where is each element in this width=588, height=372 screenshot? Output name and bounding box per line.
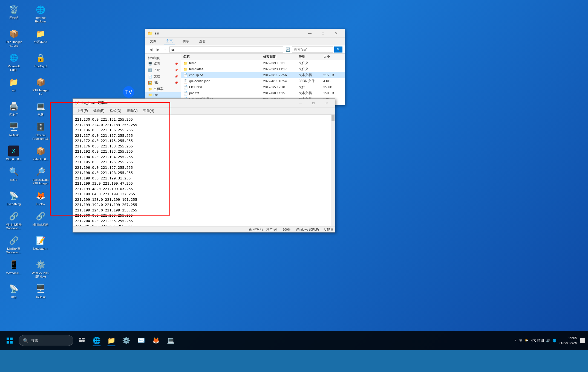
file-row-pac[interactable]: 📄 pac.txt 2017/8/8 14:25 文本文档 158 KB: [181, 90, 345, 96]
col-name[interactable]: 名称: [183, 54, 263, 59]
file-row-templates[interactable]: 📁 templates 2022/2/23 11:17 文件夹: [181, 66, 345, 72]
notification-area[interactable]: ⬜: [580, 338, 585, 343]
minimize-button[interactable]: —: [304, 29, 316, 38]
taskbar-search-box[interactable]: 🔍 搜索: [19, 335, 73, 346]
back-button[interactable]: ◀: [148, 46, 154, 53]
search-input[interactable]: [292, 47, 333, 53]
desktop-icon-everything[interactable]: 🔎 AccessData FTK Imager: [30, 165, 51, 187]
desktop-icon-dianlao[interactable]: 💻 电脑: [30, 100, 51, 118]
notepad-textarea[interactable]: 221.130.0.0 221.131.255.255 221.133.224.…: [73, 115, 331, 226]
desktop-icon-xxxmobili[interactable]: 📱 xxxmobili...: [3, 258, 25, 280]
tray-en-label[interactable]: 英: [519, 338, 522, 343]
sidebar-section-quickaccess: 快速访问: [145, 55, 181, 61]
file-row-chn-ip[interactable]: 📄 chn_ip.txt 2017/3/11 22:56 文本文档 215 KB: [181, 72, 345, 78]
tray-up-arrow[interactable]: ∧: [514, 339, 517, 342]
desktop-icon-winhex2[interactable]: ⚙️ WinHex 20.0 SR-0.xe: [30, 258, 51, 280]
desktop-icon-notepadpp[interactable]: 📝 Notepad++: [30, 234, 51, 255]
desktop-icon-minilink1[interactable]: 🔗 Minilink相離Windows...: [3, 210, 25, 231]
notepad-menu-view[interactable]: 查看(V): [125, 108, 140, 114]
sidebar-item-pics[interactable]: 🖼️ 图片 📌: [145, 80, 181, 86]
minilink1-icon: 🔗: [8, 211, 19, 222]
close-button[interactable]: ✕: [330, 29, 342, 38]
start-button[interactable]: [3, 334, 16, 347]
col-modified[interactable]: 修改日期: [263, 54, 299, 59]
tab-file[interactable]: 文件: [148, 38, 158, 45]
notepad-menu-help[interactable]: 帮助(H): [141, 108, 157, 114]
taskbar-icon-edge[interactable]: 🌐: [90, 334, 103, 347]
terminal-taskbar-icon: 💻: [167, 337, 174, 344]
notepad-maximize-button[interactable]: □: [307, 99, 320, 107]
ie-icon: 🌐: [35, 4, 46, 15]
svg-rect-0: [7, 338, 9, 340]
refresh-button[interactable]: 🔄: [284, 46, 291, 53]
taskbar-icon-taskview[interactable]: [76, 334, 88, 347]
file-row-gui-config[interactable]: 📋 gui-config.json 2022/4/11 10:54 JSON 文…: [181, 78, 345, 84]
pin2-icon: 📌: [175, 69, 178, 72]
sidebar-item-chuzuche[interactable]: 📁 出租车: [145, 86, 181, 92]
minilink2-label: Minilink相離: [33, 223, 49, 226]
maximize-button[interactable]: □: [317, 29, 329, 38]
desktop-icon-ftk2[interactable]: 📦 PTK Imager 4.2: [30, 75, 51, 97]
notepad-menu-file[interactable]: 文件(F): [75, 108, 90, 114]
search-icon-btn[interactable]: 🔍: [334, 47, 342, 53]
desktop-icon-ie[interactable]: 🌐 Internet Explorer: [30, 3, 51, 25]
todesk-icon: 🖥️: [8, 121, 19, 132]
forward-button[interactable]: ▶: [155, 46, 161, 53]
up-button[interactable]: ↑: [162, 46, 168, 53]
sidebar-item-desktop[interactable]: 🖥️ 桌面 📌: [145, 61, 181, 67]
notepad-menu: 文件(F) 编辑(E) 格式(O) 查看(V) 帮助(H): [73, 107, 335, 115]
col-type[interactable]: 类型: [299, 54, 323, 59]
sidebar-item-ssr[interactable]: 📁 ssr: [145, 92, 181, 98]
pac-icon: 📄: [183, 91, 188, 95]
file-row-temp[interactable]: 📁 temp 2022/3/9 16:31 文件夹: [181, 60, 345, 66]
desktop-sidebar-icon: 🖥️: [148, 62, 152, 66]
speaker-icon[interactable]: 🔊: [546, 339, 550, 342]
taskbar-icon-terminal[interactable]: 💻: [164, 334, 177, 347]
sidebar-item-downloads[interactable]: ⬇️ 下载 📌: [145, 67, 181, 73]
notepad-menu-edit[interactable]: 编辑(E): [91, 108, 106, 114]
yinshua-icon: 🖨️: [8, 101, 19, 112]
desktop-icon-navicat[interactable]: 🗄️ Navicat Premium 16: [30, 120, 51, 142]
desktop-icon-xshell[interactable]: X Xftp 6.0.0...: [3, 144, 25, 162]
notepad-menu-format[interactable]: 格式(O): [108, 108, 123, 114]
desktop-icon-ssr7z[interactable]: 📦 Xshell 6.0...: [30, 144, 51, 162]
col-size[interactable]: 大小: [323, 54, 342, 59]
desktop-icon-xftp[interactable]: 📡 Everything: [3, 189, 25, 207]
taskbar-icon-browser[interactable]: 🦊: [149, 334, 162, 347]
notepad-minimize-button[interactable]: —: [294, 99, 307, 107]
edge-icon: 🌐: [8, 53, 19, 63]
tab-home[interactable]: 主页: [164, 38, 175, 45]
desktop-icon-firefox[interactable]: 🦊 Firefox: [30, 189, 51, 207]
edge-taskbar-icon: 🌐: [93, 337, 101, 344]
sidebar-item-docs[interactable]: 📄 文档 📌: [145, 73, 181, 80]
taskbar-icon-files[interactable]: 📁: [105, 334, 118, 347]
desktop-icon-todesk2[interactable]: 🖥️ ToDesk: [30, 282, 51, 300]
desktop-icon-ssr[interactable]: 📁 ssr: [3, 75, 25, 97]
address-input[interactable]: [169, 47, 283, 53]
desktop-icon-todesk[interactable]: 🖥️ ToDesk: [3, 120, 25, 142]
desktop-icon-minilink2[interactable]: 🔗 Minilink相離: [30, 210, 51, 231]
file-row-license[interactable]: 📄 LICENSE 2017/1/5 17:10 文件 35 KB: [181, 84, 345, 90]
folder-temp-icon: 📁: [183, 61, 188, 65]
desktop-icon-edge[interactable]: 🌐 Microsoft Edge: [3, 51, 25, 73]
tab-share[interactable]: 共享: [180, 38, 191, 45]
truecrypt-label: TrueCrypt: [34, 65, 47, 68]
desktop-icon-fenxiang[interactable]: 📁 分还车0.3: [30, 27, 51, 49]
desktop-icon-recycle[interactable]: 🗑️ 回收站: [3, 3, 25, 25]
tab-view[interactable]: 查看: [197, 38, 208, 45]
desktop-icon-yinshua[interactable]: 🖨️ 印刷厂: [3, 100, 25, 118]
desktop-icon-ftk1[interactable]: 📦 PTK Imager 4.2.zip: [3, 27, 25, 49]
notepad-scrollbar[interactable]: [331, 115, 335, 226]
windows-logo-icon: [6, 337, 13, 344]
desktop-icon-xftp2[interactable]: 📡 Xftp: [3, 282, 25, 300]
taskbar-icon-mail[interactable]: ✉️: [135, 334, 147, 347]
taskbar-icon-settings[interactable]: ⚙️: [120, 334, 132, 347]
dianlao-label: 电脑: [38, 113, 44, 117]
network-icon[interactable]: 🌐: [552, 339, 557, 342]
desktop-icon-minilinksw[interactable]: 🔗 Minilink道Windows...: [3, 234, 25, 255]
desktop-icon-truecrypt[interactable]: 🔒 TrueCrypt: [30, 51, 51, 73]
desktop-icon-accessdata[interactable]: 🔍 ssr7z: [3, 165, 25, 187]
taskbar-clock[interactable]: 19:05 2023/12/25: [559, 336, 577, 345]
txt-chn-icon: 📄: [183, 73, 188, 77]
notepad-close-button[interactable]: ✕: [320, 99, 333, 107]
